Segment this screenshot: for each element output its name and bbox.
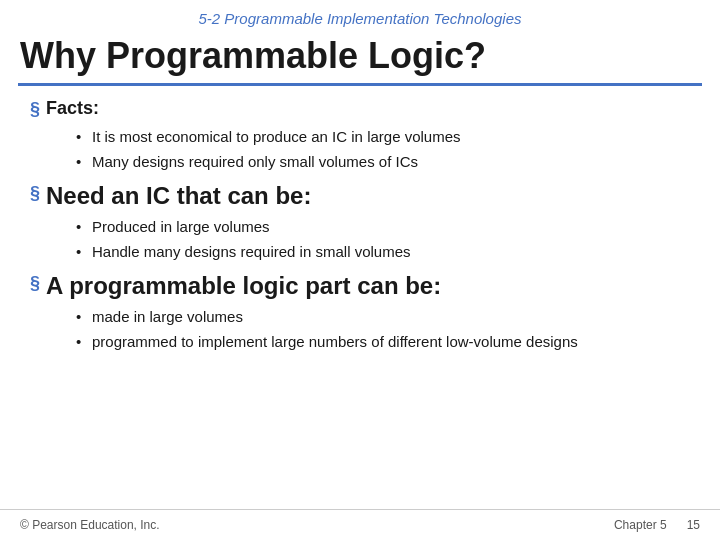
list-item: programmed to implement large numbers of… bbox=[76, 331, 690, 352]
section-programmable-bullets: made in large volumes programmed to impl… bbox=[30, 306, 690, 352]
section-facts-heading: § Facts: bbox=[30, 98, 690, 120]
subtitle: 5-2 Programmable Implementation Technolo… bbox=[20, 10, 700, 27]
list-item: Produced in large volumes bbox=[76, 216, 690, 237]
content-area: § Facts: It is most economical to produc… bbox=[0, 98, 720, 352]
chapter-label: Chapter 5 bbox=[614, 518, 667, 532]
section-need-label: Need an IC that can be: bbox=[46, 182, 311, 210]
section-need-marker: § bbox=[30, 183, 40, 204]
divider bbox=[18, 83, 702, 86]
section-need-bullets: Produced in large volumes Handle many de… bbox=[30, 216, 690, 262]
section-programmable-label: A programmable logic part can be: bbox=[46, 272, 441, 300]
slide: 5-2 Programmable Implementation Technolo… bbox=[0, 0, 720, 540]
list-item: Many designs required only small volumes… bbox=[76, 151, 690, 172]
header: 5-2 Programmable Implementation Technolo… bbox=[0, 0, 720, 31]
list-item: made in large volumes bbox=[76, 306, 690, 327]
page-number: 15 bbox=[687, 518, 700, 532]
section-programmable-heading: § A programmable logic part can be: bbox=[30, 272, 690, 300]
copyright: © Pearson Education, Inc. bbox=[20, 518, 160, 532]
section-facts-bullets: It is most economical to produce an IC i… bbox=[30, 126, 690, 172]
footer-right: Chapter 5 15 bbox=[614, 518, 700, 532]
list-item: Handle many designs required in small vo… bbox=[76, 241, 690, 262]
section-need: § Need an IC that can be: Produced in la… bbox=[30, 182, 690, 262]
section-need-heading: § Need an IC that can be: bbox=[30, 182, 690, 210]
section-facts-marker: § bbox=[30, 99, 40, 120]
section-facts: § Facts: It is most economical to produc… bbox=[30, 98, 690, 172]
section-programmable: § A programmable logic part can be: made… bbox=[30, 272, 690, 352]
main-title: Why Programmable Logic? bbox=[0, 31, 720, 83]
section-programmable-marker: § bbox=[30, 273, 40, 294]
footer: © Pearson Education, Inc. Chapter 5 15 bbox=[0, 509, 720, 540]
list-item: It is most economical to produce an IC i… bbox=[76, 126, 690, 147]
section-facts-label: Facts: bbox=[46, 98, 99, 119]
